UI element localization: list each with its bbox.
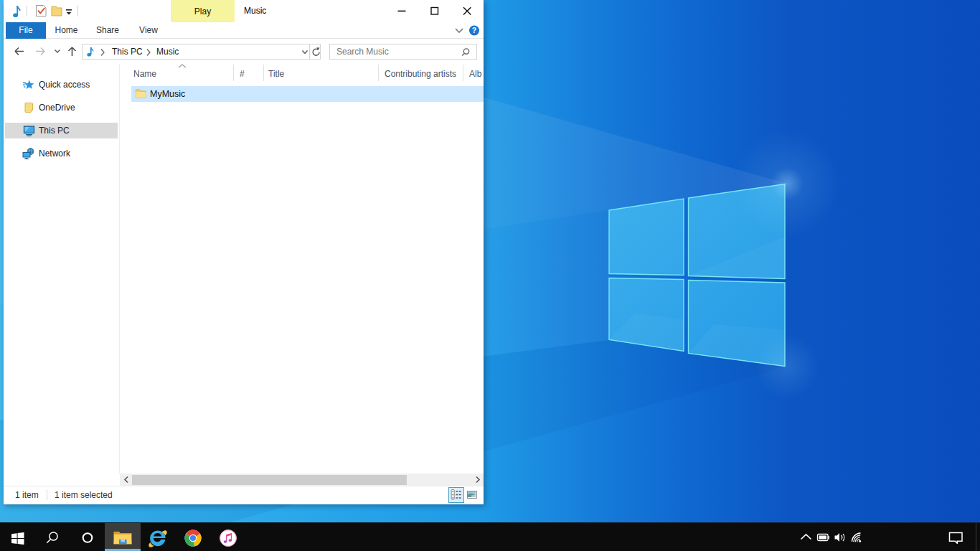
svg-text:?: ?	[472, 26, 476, 34]
